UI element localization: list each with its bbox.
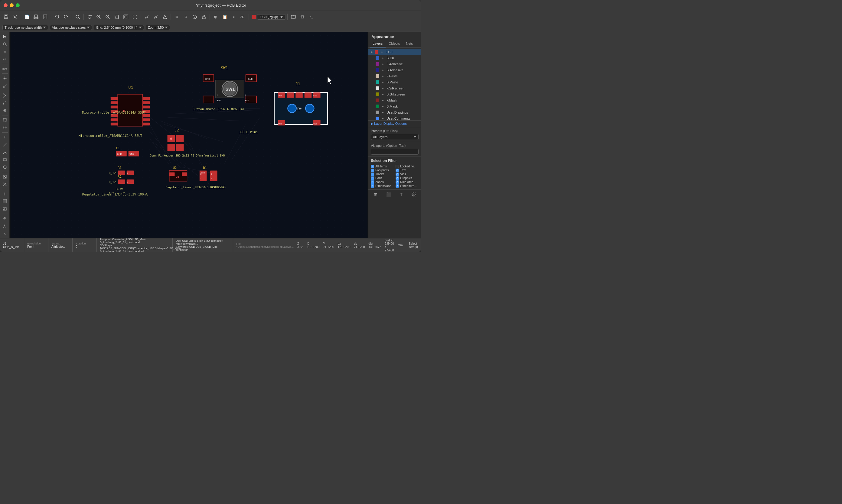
layer-fsilkscreen[interactable]: ● F.Silkscreen <box>368 85 421 91</box>
grid-btn[interactable]: ⊞ <box>172 13 181 21</box>
zoom-full-button[interactable] <box>131 13 139 21</box>
mil-tool[interactable]: mil <box>1 56 9 63</box>
add-rect-tool[interactable] <box>1 156 9 163</box>
via-size-dropdown[interactable]: Via: use netclass sizes <box>50 25 92 30</box>
sf-rule-areas-checkbox[interactable]: ✓ <box>396 180 399 184</box>
mm-tool[interactable]: mm <box>1 65 9 72</box>
fcu-eye[interactable]: ● <box>380 50 384 54</box>
inspect-tool[interactable] <box>1 41 9 48</box>
track-width-dropdown[interactable]: Track: use netclass width <box>2 25 48 30</box>
snap-tool[interactable] <box>1 75 9 82</box>
add-footprint-tool[interactable] <box>1 174 9 180</box>
grid-dropdown[interactable]: Grid: 2.5400 mm (0.1000 in) <box>94 25 144 30</box>
fpaste-eye[interactable]: ● <box>381 74 385 78</box>
route-tool[interactable] <box>1 100 9 106</box>
undo-button[interactable] <box>53 13 61 21</box>
lock-btn[interactable] <box>200 13 208 21</box>
layer-usercomments[interactable]: ● User.Comments <box>368 115 421 120</box>
presets-dropdown[interactable]: All Layers <box>371 134 418 140</box>
sf-zones[interactable]: ✓ Zones <box>371 180 394 184</box>
3d-view-btn[interactable]: 3D <box>239 13 247 21</box>
3d-panel-btn[interactable]: ⬛ <box>386 192 391 197</box>
layer-fpaste[interactable]: ● F.Paste <box>368 73 421 79</box>
north-tool[interactable] <box>1 222 9 229</box>
fadhesive-eye[interactable]: ● <box>381 62 385 66</box>
layer-bmask[interactable]: ● B.Mask <box>368 103 421 109</box>
sf-pads-checkbox[interactable]: ✓ <box>371 177 374 180</box>
bmask-eye[interactable]: ● <box>381 105 385 108</box>
sf-rule-areas[interactable]: ✓ Rule Area... <box>396 180 418 184</box>
add-arc-tool[interactable] <box>1 149 9 156</box>
close-button[interactable] <box>4 3 7 7</box>
sf-text-checkbox[interactable]: ✓ <box>396 168 399 172</box>
3d-model-tool[interactable] <box>1 198 9 205</box>
tab-nets[interactable]: Nets <box>403 40 416 48</box>
badhesive-eye[interactable]: ● <box>381 68 385 72</box>
bcu-eye[interactable]: ● <box>381 56 385 60</box>
scripting-btn[interactable]: ★ <box>229 13 238 21</box>
sf-vias-checkbox[interactable]: ✓ <box>396 173 399 176</box>
route-track-button[interactable] <box>142 13 151 21</box>
sf-all-items[interactable]: ✓ All items <box>371 165 394 168</box>
layer-selector[interactable]: F.Cu (PgUp) <box>257 14 286 20</box>
cursor-tool[interactable] <box>1 33 9 40</box>
measure2-tool[interactable] <box>1 83 9 89</box>
udrawings-eye[interactable]: ● <box>381 111 385 114</box>
add-rule-tool[interactable] <box>1 124 9 131</box>
add-netclass[interactable]: ⊕ <box>211 13 220 21</box>
layer-display-options[interactable]: ▶ Layer Display Options <box>368 120 421 127</box>
sf-tracks-checkbox[interactable]: ✓ <box>371 173 374 176</box>
image-panel-btn[interactable]: 🖼 <box>411 192 415 197</box>
print-button[interactable] <box>32 13 40 21</box>
tab-layers[interactable]: Layers <box>370 40 385 48</box>
tab-objects[interactable]: Objects <box>385 40 403 48</box>
zoom-fit2-button[interactable] <box>122 13 130 21</box>
sync-btn[interactable] <box>298 13 307 21</box>
fmask-eye[interactable]: ● <box>381 98 385 102</box>
sf-footprints[interactable]: ✓ Footprints <box>371 168 394 172</box>
route-diff-button[interactable] <box>152 13 160 21</box>
delete-tool[interactable] <box>1 181 9 187</box>
new-button[interactable]: 📄 <box>23 13 31 21</box>
tune-length-button[interactable] <box>160 13 169 21</box>
print2-button[interactable] <box>41 13 49 21</box>
sf-footprints-checkbox[interactable]: ✓ <box>371 168 374 172</box>
netlist-btn[interactable]: ⊡ <box>182 13 190 21</box>
netlist-panel-btn[interactable]: ⊞ <box>374 192 377 197</box>
sf-locked-checkbox[interactable] <box>396 165 399 168</box>
zoom-in-button[interactable] <box>94 13 103 21</box>
place-text-tool[interactable]: T <box>1 134 9 141</box>
image-tool[interactable] <box>1 205 9 212</box>
board-setup-button[interactable] <box>11 13 19 21</box>
sf-other-items[interactable]: ✓ Other item... <box>396 184 418 187</box>
search-button[interactable] <box>73 13 82 21</box>
layer-bpaste[interactable]: ● B.Paste <box>368 79 421 85</box>
viewports-input[interactable] <box>371 149 418 155</box>
sf-dimensions-checkbox[interactable]: ✓ <box>371 184 374 187</box>
move-exact-tool[interactable] <box>1 215 9 222</box>
pcb-canvas-area[interactable]: U1 <box>10 32 368 238</box>
text-panel-btn[interactable]: T <box>400 192 403 197</box>
bpaste-eye[interactable]: ● <box>381 80 385 84</box>
layer-bcu[interactable]: ● B.Cu <box>368 55 421 61</box>
add-zone-tool[interactable] <box>1 116 9 124</box>
ucomments-eye[interactable]: ● <box>381 116 385 120</box>
place-via-tool[interactable] <box>1 107 9 114</box>
layer-userdrawings[interactable]: ● User.Drawings <box>368 109 421 115</box>
save-button[interactable] <box>2 13 10 21</box>
refresh-button[interactable] <box>85 13 94 21</box>
drc-btn[interactable]: ✓ <box>191 13 199 21</box>
sf-graphics-checkbox[interactable]: ✓ <box>396 177 399 180</box>
origin-tool[interactable] <box>1 191 9 197</box>
sf-pads[interactable]: ✓ Pads <box>371 177 394 180</box>
sf-graphics[interactable]: ✓ Graphics <box>396 177 418 180</box>
sf-tracks[interactable]: ✓ Tracks <box>371 173 394 176</box>
zoom-out-button[interactable] <box>103 13 112 21</box>
measure-tool[interactable]: in <box>1 48 9 55</box>
fsilk-eye[interactable]: ● <box>381 86 385 90</box>
flip-board[interactable] <box>289 13 297 21</box>
minimize-button[interactable] <box>10 3 14 7</box>
sf-other-checkbox[interactable]: ✓ <box>396 184 399 187</box>
layer-badhesive[interactable]: ● B.Adhesive <box>368 67 421 73</box>
layer-fmask[interactable]: ● F.Mask <box>368 97 421 103</box>
